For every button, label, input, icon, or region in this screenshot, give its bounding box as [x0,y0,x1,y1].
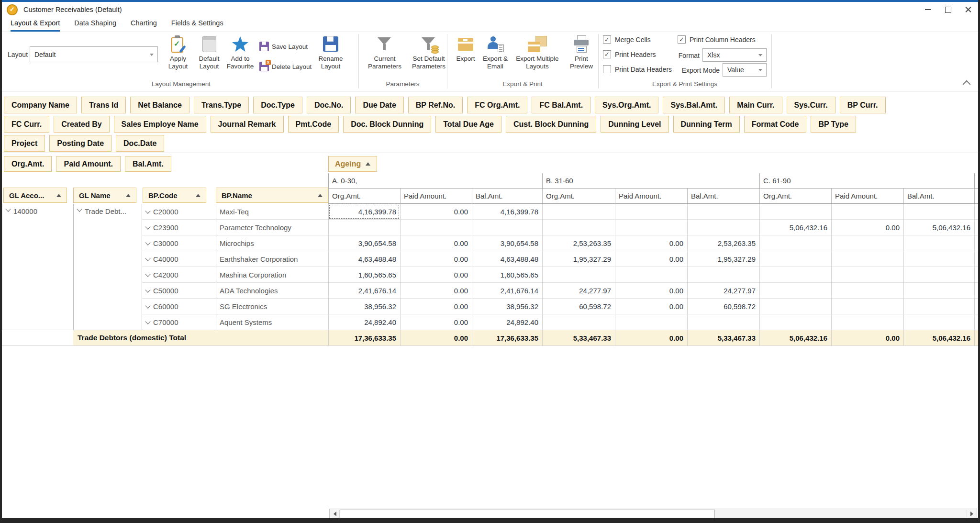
export-multiple-layouts-button[interactable]: Export Multiple Layouts [511,34,564,70]
amount-cell[interactable] [903,204,974,220]
amount-cell[interactable]: 0.00 [400,283,472,299]
amount-cell[interactable]: 60,598.72 [542,299,615,314]
amount-cell[interactable] [831,267,903,283]
amount-cell[interactable] [831,235,903,251]
field-chip[interactable]: BP Curr. [840,97,886,113]
amount-cell[interactable] [831,314,903,330]
bp-name-cell[interactable]: Parameter Technology [216,220,328,235]
measure-chip[interactable]: Org.Amt. [4,156,52,172]
export-button[interactable]: Export [452,34,479,63]
field-chip[interactable]: Doc. Block Dunning [343,116,431,133]
minimize-button[interactable] [918,2,938,17]
column-header-cell[interactable]: Paid Amount. [615,189,687,204]
field-chip[interactable]: Doc.Type [253,97,302,113]
column-header-cell[interactable]: Org.Amt. [542,189,615,204]
field-chip[interactable]: Trans Id [81,97,126,113]
amount-cell[interactable]: 24,892.40 [328,314,400,330]
amount-cell[interactable] [687,314,759,330]
amount-cell[interactable] [759,267,831,283]
amount-cell[interactable]: 0.00 [615,299,687,314]
amount-cell[interactable] [759,235,831,251]
field-chip[interactable]: Doc.No. [307,97,351,113]
amount-cell[interactable] [759,299,831,314]
field-chip[interactable]: Main Curr. [729,97,782,113]
tab-data-shaping[interactable]: Data Shaping [74,19,116,32]
print-headers-checkbox[interactable]: Print Headers [603,50,656,58]
apply-layout-button[interactable]: ✓ Apply Layout [163,34,193,70]
amount-cell[interactable]: 5,06,432.16 [759,220,831,235]
field-chip[interactable]: Net Balance [130,97,189,113]
amount-cell[interactable] [831,251,903,267]
amount-cell[interactable] [831,204,903,220]
print-preview-button[interactable]: Print Preview [566,34,597,70]
amount-cell[interactable] [615,267,687,283]
expand-chevron-icon[interactable] [145,256,150,261]
column-header-cell[interactable]: Org.Amt. [328,189,400,204]
scroll-left-button[interactable] [330,510,340,518]
amount-cell[interactable]: 24,892.40 [472,314,542,330]
amount-cell[interactable]: 38,956.32 [328,299,400,314]
amount-cell[interactable]: 0.00 [400,251,472,267]
bp-code-cell[interactable]: C60000 [142,299,216,314]
tab-layout-export[interactable]: Layout & Export [11,19,60,32]
column-header-cell[interactable]: Bal.Amt. [903,189,974,204]
field-chip[interactable]: Format Code [744,116,807,133]
row-header-chip-bpname[interactable]: BP.Name [216,188,328,203]
field-chip[interactable]: Due Date [355,97,403,113]
amount-cell[interactable] [542,220,615,235]
field-chip[interactable]: BP Type [811,116,856,133]
expand-chevron-icon[interactable] [145,271,150,277]
field-chip[interactable]: Dunning Level [601,116,668,133]
amount-cell[interactable] [542,204,615,220]
field-chip[interactable]: Journal Remark [211,116,284,133]
amount-cell[interactable] [903,235,974,251]
field-chip[interactable]: FC Bal.Amt. [532,97,590,113]
bp-name-cell[interactable]: Microchips [216,235,328,251]
bp-name-cell[interactable]: ADA Technologies [216,283,328,299]
tab-fields-settings[interactable]: Fields & Settings [171,19,223,32]
bp-name-cell[interactable]: Mashina Corporation [216,267,328,283]
field-chip[interactable]: Project [4,135,45,152]
amount-cell[interactable]: 2,53,263.35 [542,235,615,251]
bp-name-cell[interactable]: Earthshaker Corporation [216,251,328,267]
amount-cell[interactable] [687,220,759,235]
amount-cell[interactable] [903,314,974,330]
amount-cell[interactable]: 4,63,488.48 [472,251,542,267]
field-chip[interactable]: BP Ref.No. [408,97,463,113]
amount-cell[interactable] [542,314,615,330]
field-chip[interactable]: Total Due Age [435,116,501,133]
bp-name-cell[interactable]: Aquent Systems [216,314,328,330]
amount-cell[interactable] [615,204,687,220]
field-chip[interactable]: FC Curr. [4,116,49,133]
format-dropdown[interactable]: Xlsx [702,48,767,62]
bp-code-cell[interactable]: C50000 [142,283,216,299]
set-default-parameters-button[interactable]: Set Default Parameters [407,34,451,70]
gl-name-cell[interactable]: Trade Debt... [73,204,142,330]
bp-code-cell[interactable]: C23900 [142,220,216,235]
bp-code-cell[interactable]: C40000 [142,251,216,267]
amount-cell[interactable]: 60,598.72 [687,299,759,314]
expand-chevron-icon[interactable] [5,206,11,211]
field-chip[interactable]: Company Name [4,97,77,113]
row-header-chip-bpcode[interactable]: BP.Code [143,188,206,203]
collapse-ribbon-icon[interactable] [963,80,971,89]
merge-cells-checkbox[interactable]: Merge Cells [603,35,651,44]
amount-cell[interactable]: 1,60,565.65 [472,267,542,283]
amount-cell[interactable]: 0.00 [831,220,903,235]
tab-charting[interactable]: Charting [131,19,157,32]
amount-cell[interactable] [687,267,759,283]
amount-cell[interactable]: 4,16,399.78 [328,204,400,220]
field-chip[interactable]: Sys.Org.Amt. [595,97,658,113]
amount-cell[interactable] [831,283,903,299]
add-to-favourite-button[interactable]: Add to Favourite [224,34,256,70]
bp-code-cell[interactable]: C70000 [142,314,216,330]
amount-cell[interactable] [615,220,687,235]
column-header-cell[interactable]: Paid Amount. [400,189,472,204]
field-chip[interactable]: Dunning Term [673,116,740,133]
amount-cell[interactable] [759,314,831,330]
amount-cell[interactable]: 0.00 [400,204,472,220]
expand-chevron-icon[interactable] [145,287,150,292]
amount-cell[interactable]: 0.00 [615,251,687,267]
field-chip[interactable]: Created By [54,116,109,133]
column-header-cell[interactable]: Bal.Amt. [472,189,542,204]
